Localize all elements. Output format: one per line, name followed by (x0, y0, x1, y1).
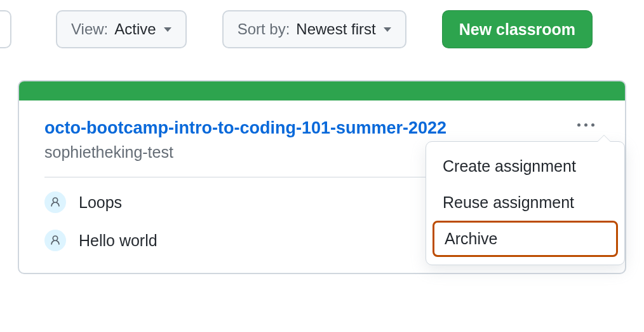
card-color-band (19, 81, 625, 100)
sort-prefix: Sort by: (238, 20, 290, 38)
view-prefix: View: (71, 20, 108, 38)
toolbar: View: Active Sort by: Newest first New c… (0, 0, 644, 48)
person-icon (44, 230, 66, 251)
card-header: octo-bootcamp-intro-to-coding-101-summer… (19, 100, 625, 138)
assignment-name: Loops (79, 193, 122, 212)
menu-item-reuse-assignment[interactable]: Reuse assignment (426, 184, 624, 221)
classroom-card: octo-bootcamp-intro-to-coding-101-summer… (18, 80, 626, 274)
person-icon (44, 191, 66, 213)
caret-down-icon (164, 27, 171, 32)
view-value: Active (114, 20, 156, 38)
new-classroom-button[interactable]: New classroom (442, 10, 593, 48)
classroom-actions-menu: Create assignment Reuse assignment Archi… (426, 141, 625, 265)
caret-down-icon (384, 27, 391, 32)
view-dropdown[interactable]: View: Active (56, 10, 187, 48)
cutoff-control (0, 10, 11, 48)
menu-item-create-assignment[interactable]: Create assignment (426, 148, 624, 184)
kebab-horizontal-icon[interactable] (572, 118, 600, 132)
new-classroom-label: New classroom (459, 20, 575, 39)
sort-value: Newest first (296, 20, 375, 38)
sort-dropdown[interactable]: Sort by: Newest first (222, 10, 406, 48)
classroom-title-link[interactable]: octo-bootcamp-intro-to-coding-101-summer… (44, 118, 446, 138)
assignment-name: Hello world (79, 232, 158, 250)
menu-item-archive[interactable]: Archive (433, 221, 618, 257)
